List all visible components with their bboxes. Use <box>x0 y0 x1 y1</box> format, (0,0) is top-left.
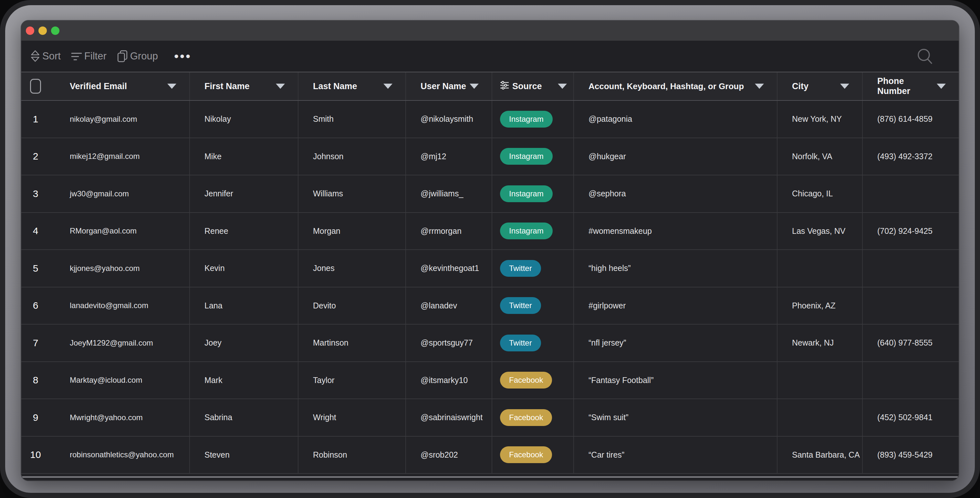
column-dropdown-icon[interactable] <box>840 84 849 89</box>
column-dropdown-icon[interactable] <box>383 84 393 89</box>
cell-source[interactable]: Instagram <box>492 101 573 138</box>
cell-account[interactable]: @hukgear <box>573 138 777 175</box>
cell-city[interactable] <box>777 362 862 399</box>
source-badge[interactable]: Twitter <box>500 297 541 314</box>
cell-last-name[interactable]: Robinson <box>298 437 406 473</box>
cell-account[interactable]: #womensmakeup <box>573 213 777 250</box>
cell-first-name[interactable]: Jennifer <box>189 175 298 212</box>
zoom-window-button[interactable] <box>51 27 59 35</box>
cell-first-name[interactable]: Steven <box>189 437 298 473</box>
cell-last-name[interactable]: Smith <box>298 101 406 138</box>
search-button[interactable] <box>916 48 934 68</box>
source-badge[interactable]: Facebook <box>500 446 552 463</box>
table-row[interactable]: 2 mikej12@gmail.com Mike Johnson @mj12 I… <box>21 138 959 176</box>
cell-verified-email[interactable]: kjjones@yahoo.com <box>50 250 189 287</box>
cell-phone[interactable]: (493) 492-3372 <box>862 138 959 175</box>
header-phone-number[interactable]: Phone Number <box>862 72 959 100</box>
header-source[interactable]: Source <box>492 72 573 100</box>
filter-button[interactable]: Filter <box>71 50 107 62</box>
cell-first-name[interactable]: Nikolay <box>189 101 298 138</box>
cell-last-name[interactable]: Taylor <box>298 362 406 399</box>
cell-verified-email[interactable]: robinsonathletics@yahoo.com <box>50 437 189 473</box>
cell-source[interactable]: Facebook <box>492 362 573 399</box>
sort-button[interactable]: Sort <box>30 50 61 62</box>
header-first-name[interactable]: First Name <box>189 72 298 100</box>
source-badge[interactable]: Facebook <box>500 372 552 388</box>
cell-verified-email[interactable]: lanadevito@gmail.com <box>50 288 189 324</box>
cell-source[interactable]: Facebook <box>492 399 573 436</box>
cell-first-name[interactable]: Sabrina <box>189 399 298 436</box>
cell-first-name[interactable]: Mark <box>189 362 298 399</box>
cell-phone[interactable]: (702) 924-9425 <box>862 213 959 250</box>
cell-verified-email[interactable]: jw30@gmail.com <box>50 175 189 212</box>
table-row[interactable]: 3 jw30@gmail.com Jennifer Williams @jwil… <box>21 175 959 213</box>
column-dropdown-icon[interactable] <box>276 84 285 89</box>
table-row[interactable]: 5 kjjones@yahoo.com Kevin Jones @kevinth… <box>21 250 959 288</box>
close-window-button[interactable] <box>26 27 34 35</box>
cell-source[interactable]: Instagram <box>492 138 573 175</box>
source-badge[interactable]: Twitter <box>500 260 541 277</box>
cell-last-name[interactable]: Johnson <box>298 138 406 175</box>
source-badge[interactable]: Twitter <box>500 334 541 352</box>
source-badge[interactable]: Facebook <box>500 409 552 426</box>
cell-account[interactable]: #girlpower <box>573 288 777 324</box>
cell-last-name[interactable]: Wright <box>298 399 406 436</box>
header-select-all[interactable] <box>21 72 50 100</box>
cell-first-name[interactable]: Mike <box>189 138 298 175</box>
cell-verified-email[interactable]: Marktay@icloud.com <box>50 362 189 399</box>
cell-user-name[interactable]: @sabrinaiswright <box>406 399 492 436</box>
cell-user-name[interactable]: @itsmarky10 <box>406 362 492 399</box>
cell-phone[interactable] <box>862 288 959 324</box>
cell-phone[interactable] <box>862 250 959 287</box>
table-row[interactable]: 6 lanadevito@gmail.com Lana Devito @lana… <box>21 288 959 325</box>
cell-last-name[interactable]: Jones <box>298 250 406 287</box>
cell-city[interactable]: Norfolk, VA <box>777 138 862 175</box>
cell-verified-email[interactable]: Mwright@yahoo.com <box>50 399 189 436</box>
horizontal-scrollbar[interactable] <box>21 476 959 478</box>
header-verified-email[interactable]: Verified Email <box>50 72 189 100</box>
column-dropdown-icon[interactable] <box>937 84 946 89</box>
cell-phone[interactable]: (452) 502-9841 <box>862 399 959 436</box>
group-button[interactable]: Group <box>117 50 158 62</box>
table-row[interactable]: 7 JoeyM1292@gmail.com Joey Martinson @sp… <box>21 325 959 362</box>
cell-phone[interactable] <box>862 175 959 212</box>
cell-city[interactable] <box>777 399 862 436</box>
source-badge[interactable]: Instagram <box>500 223 553 239</box>
header-last-name[interactable]: Last Name <box>298 72 406 100</box>
cell-source[interactable]: Twitter <box>492 250 573 287</box>
header-account-keyboard-hashtag-group[interactable]: Account, Keyboard, Hashtag, or Group <box>573 72 777 100</box>
column-dropdown-icon[interactable] <box>558 84 567 89</box>
cell-user-name[interactable]: @sportsguy77 <box>406 325 492 361</box>
cell-city[interactable]: Chicago, IL <box>777 175 862 212</box>
header-user-name[interactable]: User Name <box>406 72 492 100</box>
header-city[interactable]: City <box>777 72 862 100</box>
select-all-checkbox[interactable] <box>30 79 41 94</box>
cell-phone[interactable] <box>862 362 959 399</box>
cell-user-name[interactable]: @mj12 <box>406 138 492 175</box>
cell-verified-email[interactable]: RMorgan@aol.com <box>50 213 189 250</box>
cell-source[interactable]: Instagram <box>492 213 573 250</box>
cell-phone[interactable]: (876) 614-4859 <box>862 101 959 138</box>
column-dropdown-icon[interactable] <box>167 84 177 89</box>
table-row[interactable]: 8 Marktay@icloud.com Mark Taylor @itsmar… <box>21 362 959 399</box>
cell-user-name[interactable]: @lanadev <box>406 288 492 324</box>
cell-phone[interactable]: (893) 459-5429 <box>862 437 959 473</box>
cell-first-name[interactable]: Renee <box>189 213 298 250</box>
cell-phone[interactable]: (640) 977-8555 <box>862 325 959 361</box>
cell-verified-email[interactable]: JoeyM1292@gmail.com <box>50 325 189 361</box>
source-badge[interactable]: Instagram <box>500 148 553 165</box>
cell-city[interactable]: Phoenix, AZ <box>777 288 862 324</box>
cell-first-name[interactable]: Lana <box>189 288 298 324</box>
cell-source[interactable]: Twitter <box>492 288 573 324</box>
table-row[interactable]: 1 nikolay@gmail.com Nikolay Smith @nikol… <box>21 101 959 138</box>
source-badge[interactable]: Instagram <box>500 185 553 202</box>
cell-account[interactable]: “Car tires” <box>573 437 777 473</box>
cell-last-name[interactable]: Morgan <box>298 213 406 250</box>
cell-source[interactable]: Twitter <box>492 325 573 361</box>
cell-verified-email[interactable]: mikej12@gmail.com <box>50 138 189 175</box>
cell-user-name[interactable]: @nikolaysmith <box>406 101 492 138</box>
cell-city[interactable]: Newark, NJ <box>777 325 862 361</box>
table-row[interactable]: 4 RMorgan@aol.com Renee Morgan @rrmorgan… <box>21 213 959 250</box>
source-badge[interactable]: Instagram <box>500 111 553 127</box>
table-row[interactable]: 10 robinsonathletics@yahoo.com Steven Ro… <box>21 437 959 474</box>
